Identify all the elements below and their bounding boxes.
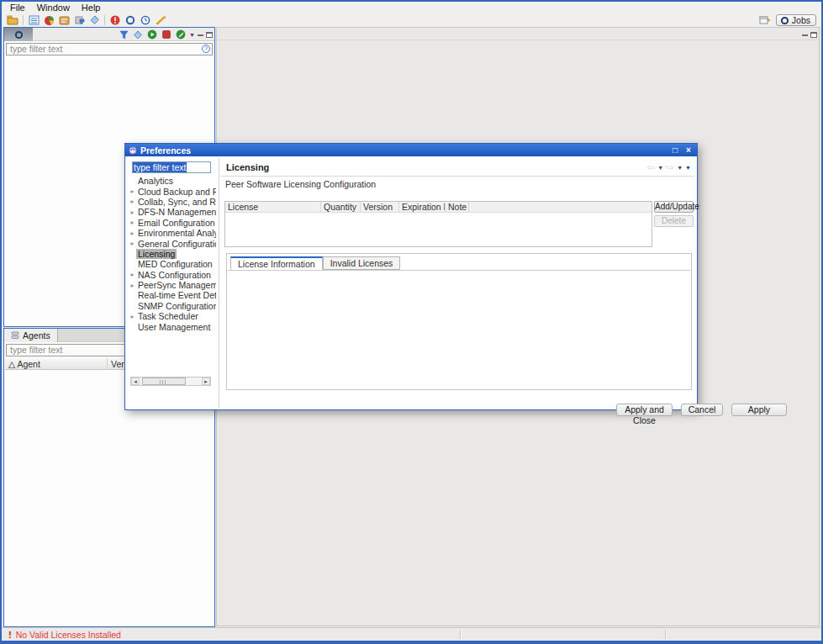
tag-small-icon[interactable] (132, 29, 144, 41)
pref-filter-input[interactable]: type filter text (132, 161, 211, 173)
dashboard-pie-icon[interactable] (41, 14, 56, 27)
open-perspective-icon[interactable] (757, 14, 773, 27)
pref-tree-item[interactable]: ▸Collab, Sync, and Replic (129, 197, 216, 207)
menu-file[interactable]: File (5, 3, 30, 13)
expander-icon[interactable]: ▸ (129, 219, 136, 226)
sort-indicator: △ (8, 359, 15, 369)
license-info-groupbox: License Information Invalid Licenses (226, 253, 692, 390)
jobs-list-icon[interactable] (26, 14, 41, 27)
dialog-close-button[interactable]: × (683, 146, 694, 155)
start-job-icon[interactable] (146, 29, 158, 41)
jobs-perspective-button[interactable]: Jobs (776, 14, 816, 26)
back-arrow-icon[interactable]: ⇦ (646, 163, 655, 172)
filter-funnel-icon[interactable] (118, 29, 129, 41)
tag-icon[interactable] (87, 14, 102, 27)
agents-tab[interactable]: Agents (4, 329, 58, 342)
statusbar-divider (665, 630, 666, 639)
new-job-icon[interactable] (5, 14, 20, 27)
add-update-button[interactable]: Add/Update (654, 201, 694, 213)
jobs-filter-input[interactable]: type filter text (6, 43, 213, 55)
clock-icon[interactable] (138, 14, 153, 27)
dialog-maximize-button[interactable]: □ (670, 146, 680, 155)
delete-button: Delete (654, 215, 694, 227)
scroll-right-icon[interactable]: ► (202, 377, 210, 385)
menubar: File Window Help (2, 2, 821, 13)
pref-tree-item[interactable]: SNMP Configuration (129, 301, 216, 311)
pref-tree-item[interactable]: User Management (129, 321, 216, 331)
expander-icon[interactable]: ▸ (129, 313, 136, 320)
pref-tree-item[interactable]: MED Configuration (129, 259, 216, 269)
pref-tree: Analytics▸Cloud Backup and Replic▸Collab… (129, 176, 216, 379)
alert-icon[interactable] (108, 14, 123, 27)
pref-tree-item[interactable]: ▸Environmental Analyzer (129, 228, 216, 238)
license-column-quantity[interactable]: Quantity (321, 202, 361, 212)
header-separator (221, 176, 694, 177)
agents-tab-label: Agents (23, 330, 50, 340)
license-column-version[interactable]: Version (361, 202, 399, 212)
pref-tree-item[interactable]: ▸PeerSync Management (129, 280, 216, 290)
scrollbar-thumb[interactable] (142, 377, 186, 385)
tab-license-information[interactable]: License Information (230, 256, 323, 270)
minimize-editor-icon[interactable] (802, 34, 808, 36)
back-history-chevron-icon[interactable]: ▼ (657, 165, 663, 171)
expander-icon[interactable]: ▸ (129, 187, 136, 195)
expander-icon[interactable]: ▸ (129, 271, 136, 278)
view-menu-chevron-icon[interactable]: ▼ (685, 165, 691, 171)
expander-icon[interactable]: ▸ (129, 209, 136, 216)
pref-tree-item[interactable]: ▸DFS-N Management (129, 207, 216, 217)
export-icon[interactable] (56, 14, 71, 27)
pref-tree-item-label: Licensing (136, 249, 177, 259)
install-icon[interactable] (71, 14, 87, 27)
pref-tree-item[interactable]: ▸NAS Configuration (129, 270, 216, 280)
apply-button[interactable]: Apply (731, 404, 787, 416)
agents-tab-icon (11, 331, 19, 340)
preferences-dialog-icon (129, 146, 137, 155)
pref-tree-item-label: NAS Configuration (136, 270, 213, 280)
pref-tree-item[interactable]: ▸Cloud Backup and Replic (129, 186, 216, 196)
forward-history-chevron-icon[interactable]: ▼ (677, 165, 683, 171)
toolbar-separator (104, 15, 105, 25)
maximize-view-icon[interactable] (206, 32, 213, 38)
minimize-view-icon[interactable] (198, 34, 203, 36)
pref-tree-item-label: Real-time Event Detectio (136, 290, 216, 300)
view-menu-chevron-icon[interactable]: ▼ (189, 32, 195, 38)
pref-tree-hscrollbar[interactable]: ◄ ► (130, 377, 211, 386)
pref-tree-item[interactable]: ▸General Configuration (129, 238, 216, 248)
expander-icon[interactable]: ▸ (129, 198, 136, 205)
license-tabs: License Information Invalid Licenses (230, 256, 400, 270)
pref-tree-item[interactable]: ▸Task Scheduler (129, 311, 216, 321)
forward-arrow-icon[interactable]: ⇨ (666, 163, 674, 172)
license-column-note[interactable]: Note (446, 202, 469, 212)
pref-tree-item-label: DFS-N Management (136, 207, 216, 217)
maximize-editor-icon[interactable] (810, 32, 817, 38)
cancel-button[interactable]: Cancel (681, 404, 723, 416)
pref-tree-item[interactable]: ▸Email Configuration (129, 218, 216, 228)
pref-tree-item-label: MED Configuration (136, 259, 214, 269)
expander-icon[interactable]: ▸ (129, 282, 136, 289)
scroll-left-icon[interactable]: ◄ (131, 377, 140, 385)
status-message: ! No Valid Licenses Installed (2, 630, 121, 640)
menu-help[interactable]: Help (76, 3, 106, 13)
license-column-license[interactable]: License (225, 202, 321, 212)
jobs-view-tab[interactable] (4, 28, 33, 41)
tab-invalid-licenses[interactable]: Invalid Licenses (323, 256, 401, 270)
ring-icon[interactable] (123, 14, 138, 27)
edit-job-icon[interactable] (175, 29, 187, 41)
license-table[interactable]: LicenseQuantityVersionExpiration DateNot… (224, 201, 652, 247)
pref-tree-item[interactable]: Licensing (129, 249, 216, 259)
pref-tree-item[interactable]: Analytics (129, 176, 216, 186)
stop-job-icon[interactable] (161, 29, 172, 41)
pref-tree-item-label: Collab, Sync, and Replic (136, 197, 216, 207)
page-title: Licensing (226, 162, 269, 172)
preferences-titlebar[interactable]: Preferences □ × (125, 144, 697, 156)
preferences-dialog: Preferences □ × type filter text Analyti… (124, 143, 698, 410)
filter-help-icon[interactable]: ? (202, 45, 210, 53)
menu-window[interactable]: Window (32, 3, 75, 13)
pref-tree-item[interactable]: Real-time Event Detectio (129, 290, 216, 300)
license-column-expiration-date[interactable]: Expiration Date (399, 202, 446, 212)
agents-column-agent[interactable]: △ Agent (5, 358, 108, 369)
apply-and-close-button[interactable]: Apply and Close (616, 404, 673, 416)
expander-icon[interactable]: ▸ (129, 230, 136, 237)
wrench-icon[interactable] (153, 14, 168, 27)
expander-icon[interactable]: ▸ (129, 240, 136, 247)
